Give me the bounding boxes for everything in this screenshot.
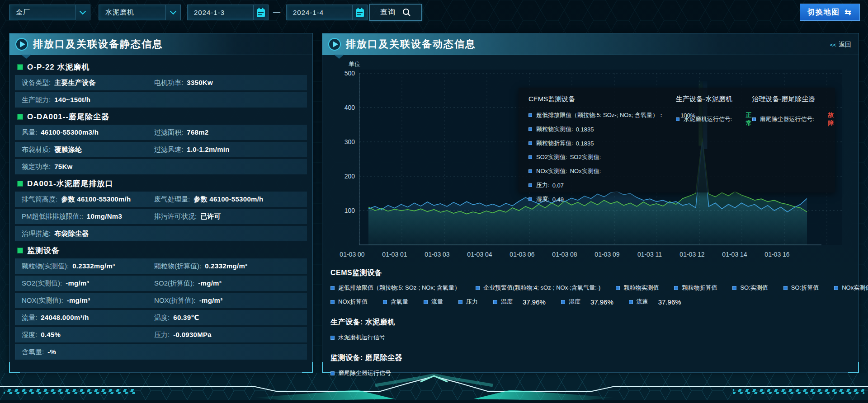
legend-item-label: 颗粒物折算值	[682, 284, 717, 292]
legend-item[interactable]: 流速37.96%	[629, 298, 681, 306]
legend-monitor-items: 磨尾除尘器运行信号	[330, 369, 852, 377]
table-row: 流量:24048.000m³/h温度:60.39℃	[15, 310, 307, 325]
switch-map-label: 切换地图	[807, 8, 840, 17]
tooltip-item-value: NOx实测值:	[570, 167, 601, 175]
tooltip-item-label: 水泥磨机运行信号:	[684, 115, 732, 123]
field-cell: NOX(实测值):-mg/m³	[22, 296, 154, 305]
field-value: 参数 46100-55300m/h	[61, 195, 131, 204]
field-cell: 颗粒物(实测值):0.2332mg/m³	[22, 262, 154, 271]
field-value: 布袋除尘器	[54, 230, 89, 238]
table-row: PM超低排排放限值::10mg/Nm3排污许可状况:已许可	[15, 209, 307, 224]
blue-square-marker-icon	[528, 127, 532, 131]
field-value: 75Kw	[54, 163, 72, 170]
legend-item[interactable]: 企业预警值(颗粒物:4; sOz-; NOx-;含氧气量:-)	[476, 284, 600, 292]
field-label: 额定功率:	[22, 163, 51, 171]
field-value: -mg/m³	[198, 279, 222, 287]
device-select-value: 水泥磨机	[99, 8, 165, 17]
blue-square-marker-icon	[528, 141, 532, 145]
legend-item[interactable]: 水泥磨机运行信号	[330, 333, 385, 342]
legend-production-section: 生产设备: 水泥磨机 水泥磨机运行信号	[330, 318, 852, 342]
blue-square-marker-icon	[752, 117, 756, 121]
status-badge: 故障	[828, 111, 835, 127]
tooltip-item-label: 湿度:	[536, 195, 550, 203]
table-row: 排气筒高度:参数 46100-55300m/h废气处理量:参数 46100-55…	[15, 192, 307, 207]
legend-item[interactable]: 颗粒物实测值	[616, 284, 659, 292]
switch-map-button[interactable]: 切换地图 ⇆	[800, 4, 860, 21]
tooltip-item-label: 磨尾除尘器运行信号:	[760, 115, 815, 123]
legend-item-label: NOx折算值	[338, 298, 368, 306]
static-info-panel-header: 排放口及关联设备静态信息	[9, 33, 312, 55]
field-value: 0.45%	[41, 331, 61, 338]
tooltip-column: CEMS监测设备超低排放限值（颗拉物:5: SOz-; NOx; 含氧量）：10…	[528, 95, 676, 192]
legend-item-label: 企业预警值(颗粒物:4; sOz-; NOx-;含氧气量:-)	[483, 284, 600, 292]
tooltip-item-label: SO2实测值:	[536, 153, 567, 161]
table-row: 含氧量:-%	[15, 344, 307, 360]
legend-item[interactable]: 颗粒物折算值	[674, 284, 717, 292]
legend-item[interactable]: 湿度37.96%	[561, 298, 613, 306]
chart-tooltip: CEMS监测设备超低排放限值（颗拉物:5: SOz-; NOx; 含氧量）：10…	[519, 88, 835, 192]
field-value: 10mg/Nm3	[87, 212, 122, 220]
back-button[interactable]: << 返回	[830, 41, 851, 49]
legend-item-value: 37.96%	[590, 298, 613, 306]
field-cell: NOX(折算值):-mg/m³	[154, 296, 222, 305]
tooltip-item-label: 压力:	[536, 181, 550, 189]
legend-cems-title: CEMS监测设备	[330, 268, 852, 278]
tooltip-item: SO2实测值:SO2实测值:	[528, 153, 676, 161]
legend-item[interactable]: NOx折算值	[330, 298, 368, 306]
field-label: 电机功率:	[154, 79, 183, 87]
tooltip-item: 压力:0.07	[528, 181, 676, 189]
query-button-label: 查询	[380, 8, 396, 17]
field-label: 过滤面积:	[154, 128, 183, 137]
static-info-panel: 排放口及关联设备静态信息 O-P-22 水泥磨机设备类型:主要生产设备电机功率:…	[9, 33, 313, 373]
section-title: O-P-22 水泥磨机	[27, 62, 90, 72]
svg-text:01-03 16: 01-03 16	[764, 251, 789, 258]
field-label: 颗粒物(折算值):	[154, 262, 201, 271]
legend-item[interactable]: 温度37.96%	[493, 298, 546, 306]
svg-text:01-03 03: 01-03 03	[425, 251, 449, 258]
calendar-icon[interactable]	[352, 5, 367, 20]
legend-item[interactable]: 流量	[424, 298, 443, 306]
footer-decoration	[0, 373, 868, 403]
field-value: 3350Kw	[187, 79, 213, 86]
field-cell: 电机功率:3350Kw	[154, 79, 213, 87]
play-icon	[328, 37, 341, 51]
tooltip-column: 生产设备-水泥磨机水泥磨机运行信号:正常	[676, 95, 752, 192]
legend-item[interactable]: 压力	[458, 298, 478, 306]
device-select[interactable]: 水泥磨机	[99, 5, 181, 20]
legend-item[interactable]: 磨尾除尘器运行信号	[330, 369, 391, 377]
blue-square-marker-icon	[330, 286, 335, 290]
field-value: 1.0-1.2m/min	[187, 145, 229, 153]
blue-square-marker-icon	[330, 336, 335, 340]
blue-square-marker-icon	[330, 300, 335, 304]
blue-square-marker-icon	[528, 169, 532, 173]
tooltip-item-value: 0.1835	[576, 126, 594, 133]
plant-select[interactable]: 全厂	[9, 5, 90, 20]
legend-item-label: NOx实测值	[842, 284, 868, 292]
table-row: 湿度:0.45%压力:-0.0930MPa	[15, 327, 307, 342]
legend-item[interactable]: SO:实测值	[732, 284, 768, 292]
blue-square-marker-icon	[424, 300, 428, 304]
legend-item[interactable]: 含氧量	[383, 298, 408, 306]
date-from-input[interactable]: 2024-1-3	[187, 5, 269, 20]
table-row: 颗粒物(实测值):0.2332mg/m³颗粒物(折算值):0.2332mg/m³	[15, 258, 307, 274]
field-label: 生产能力:	[22, 96, 51, 104]
calendar-icon[interactable]	[253, 5, 268, 20]
field-value: 140~150t/h	[54, 96, 90, 103]
query-button[interactable]: 查询	[369, 4, 422, 21]
field-label: 排气筒高度:	[22, 195, 57, 204]
table-row: 布袋材质:覆膜涤纶过滤风速:1.0-1.2m/min	[15, 142, 307, 157]
dynamic-panel-title: 排放口及关联设备动态信息	[346, 37, 476, 51]
field-value: -mg/m³	[199, 296, 223, 304]
tooltip-item: 湿度:0.49	[528, 195, 676, 203]
legend-item-label: SO:实测值	[740, 284, 768, 292]
svg-text:01-03 01: 01-03 01	[382, 251, 407, 258]
date-to-input[interactable]: 2024-1-4	[286, 5, 368, 20]
legend-item[interactable]: NOx实测值	[834, 284, 868, 292]
blue-square-marker-icon	[629, 300, 633, 304]
legend-item[interactable]: SO:折算值	[783, 284, 819, 292]
status-badge: 正常	[746, 111, 752, 127]
legend-item-label: SO:折算值	[791, 284, 819, 292]
legend-item[interactable]: 超低排放限值（颗拉物:5: SOz-; NOx; 含氧量）	[330, 284, 460, 292]
chevron-down-icon[interactable]	[75, 5, 90, 20]
chevron-down-icon[interactable]	[165, 5, 180, 20]
